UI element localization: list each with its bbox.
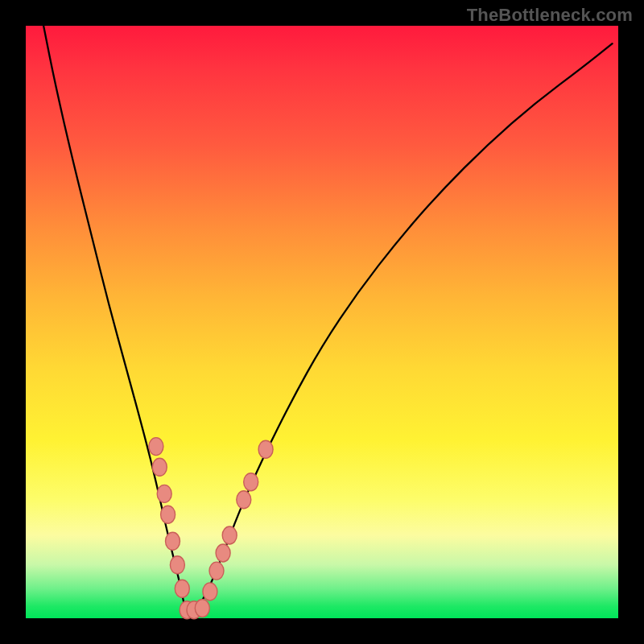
curve-marker [170, 556, 184, 574]
curve-marker [149, 438, 163, 456]
curve-marker [157, 485, 171, 502]
curve-marker [258, 440, 273, 458]
curve-marker [166, 532, 180, 550]
curve-marker [203, 583, 217, 601]
chart-frame: TheBottleneck.com [0, 0, 644, 644]
chart-svg [26, 26, 618, 618]
marker-cluster [149, 438, 273, 619]
curve-marker [152, 458, 167, 476]
curve-marker [161, 506, 175, 523]
bottleneck-curve [43, 26, 613, 613]
curve-marker [216, 544, 230, 562]
curve-marker [237, 491, 251, 509]
curve-marker [175, 580, 189, 597]
plot-area [26, 26, 618, 618]
curve-marker [222, 526, 237, 544]
curve-marker [195, 600, 209, 617]
curve-marker [209, 562, 224, 580]
curve-marker [244, 473, 258, 491]
watermark-label: TheBottleneck.com [467, 5, 633, 26]
